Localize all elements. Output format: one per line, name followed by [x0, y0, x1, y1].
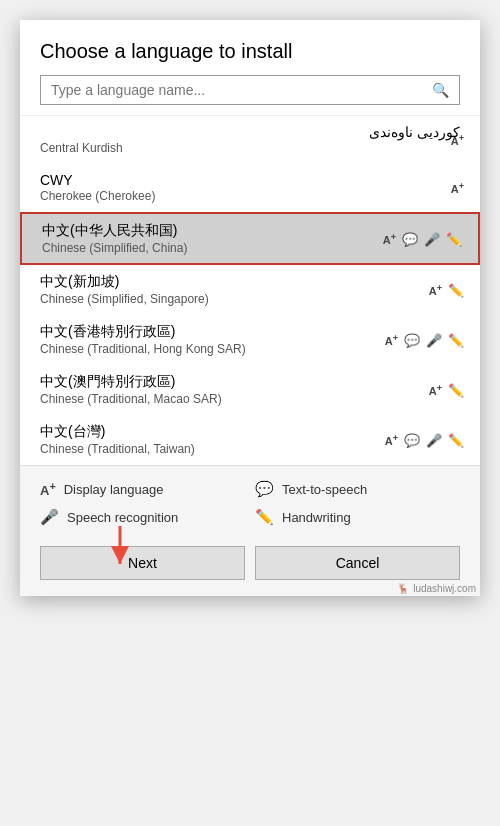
display-language-icon: A+	[451, 180, 464, 195]
handwriting-icon: ✏️	[448, 332, 464, 347]
lang-native: 中文(新加坡)	[40, 273, 460, 291]
display-language-icon: A+	[429, 282, 442, 297]
search-container: 🔍	[20, 75, 480, 115]
cancel-button[interactable]: Cancel	[255, 546, 460, 580]
legend-speech-recognition: 🎤 Speech recognition	[40, 508, 245, 526]
legend-display-language: A+ Display language	[40, 480, 245, 498]
handwriting-icon: ✏️	[448, 432, 464, 447]
display-language-icon: A+	[383, 231, 396, 246]
search-icon: 🔍	[432, 82, 449, 98]
lang-icons: A+ 💬 🎤 ✏️	[385, 432, 464, 447]
legend-handwriting: ✏️ Handwriting	[255, 508, 460, 526]
lang-icons: A+ ✏️	[429, 382, 464, 397]
text-to-speech-label: Text-to-speech	[282, 482, 367, 497]
display-language-label: Display language	[64, 482, 164, 497]
text-to-speech-icon: 💬	[404, 432, 420, 447]
speech-recognition-icon: 🎤	[424, 231, 440, 246]
speech-recognition-icon: 🎤	[426, 432, 442, 447]
legend-section: A+ Display language 💬 Text-to-speech 🎤 S…	[20, 465, 480, 536]
lang-icons: A+ ✏️	[429, 282, 464, 297]
list-item[interactable]: 中文(澳門特別行政區) Chinese (Traditional, Macao …	[20, 365, 480, 415]
watermark-text: ludashiwj.com	[413, 583, 476, 594]
display-language-legend-icon: A+	[40, 480, 56, 498]
search-input[interactable]	[51, 82, 432, 98]
lang-icons: A+ 💬 🎤 ✏️	[385, 332, 464, 347]
list-item[interactable]: کوردیی ناوەندی Central Kurdish A+	[20, 116, 480, 164]
legend-grid: A+ Display language 💬 Text-to-speech 🎤 S…	[40, 480, 460, 526]
lang-english: Central Kurdish	[40, 141, 460, 155]
text-to-speech-icon: 💬	[402, 231, 418, 246]
lang-icons: A+ 💬 🎤 ✏️	[383, 231, 462, 246]
handwriting-icon: ✏️	[446, 231, 462, 246]
list-item-selected[interactable]: 中文(中华人民共和国) Chinese (Simplified, China) …	[20, 212, 480, 265]
lang-icons: A+	[451, 132, 464, 147]
language-install-dialog: Choose a language to install 🔍 کوردیی نا…	[20, 20, 480, 596]
watermark-logo: 🦌	[397, 583, 409, 594]
lang-english: Cherokee (Cherokee)	[40, 189, 460, 203]
handwriting-label: Handwriting	[282, 510, 351, 525]
lang-native: CWY	[40, 172, 460, 188]
lang-native: 中文(澳門特別行政區)	[40, 373, 460, 391]
list-item[interactable]: 中文(台灣) Chinese (Traditional, Taiwan) A+ …	[20, 415, 480, 465]
list-item[interactable]: 中文(新加坡) Chinese (Simplified, Singapore) …	[20, 265, 480, 315]
list-item[interactable]: 中文(香港特別行政區) Chinese (Traditional, Hong K…	[20, 315, 480, 365]
speech-recognition-legend-icon: 🎤	[40, 508, 59, 526]
handwriting-legend-icon: ✏️	[255, 508, 274, 526]
display-language-icon: A+	[385, 332, 398, 347]
lang-english: Chinese (Simplified, Singapore)	[40, 292, 460, 306]
speech-recognition-icon: 🎤	[426, 332, 442, 347]
list-item[interactable]: CWY Cherokee (Cherokee) A+	[20, 164, 480, 212]
speech-recognition-label: Speech recognition	[67, 510, 178, 525]
search-box[interactable]: 🔍	[40, 75, 460, 105]
display-language-icon: A+	[451, 132, 464, 147]
language-list: کوردیی ناوەندی Central Kurdish A+ CWY Ch…	[20, 115, 480, 465]
arrow-indicator	[90, 526, 170, 576]
text-to-speech-icon: 💬	[404, 332, 420, 347]
watermark: 🦌 ludashiwj.com	[397, 583, 476, 594]
dialog-title: Choose a language to install	[20, 20, 480, 75]
text-to-speech-legend-icon: 💬	[255, 480, 274, 498]
lang-native: کوردیی ناوەندی	[40, 124, 460, 140]
display-language-icon: A+	[429, 382, 442, 397]
handwriting-icon: ✏️	[448, 382, 464, 397]
lang-icons: A+	[451, 180, 464, 195]
lang-english: Chinese (Traditional, Macao SAR)	[40, 392, 460, 406]
handwriting-icon: ✏️	[448, 282, 464, 297]
display-language-icon: A+	[385, 432, 398, 447]
legend-text-to-speech: 💬 Text-to-speech	[255, 480, 460, 498]
